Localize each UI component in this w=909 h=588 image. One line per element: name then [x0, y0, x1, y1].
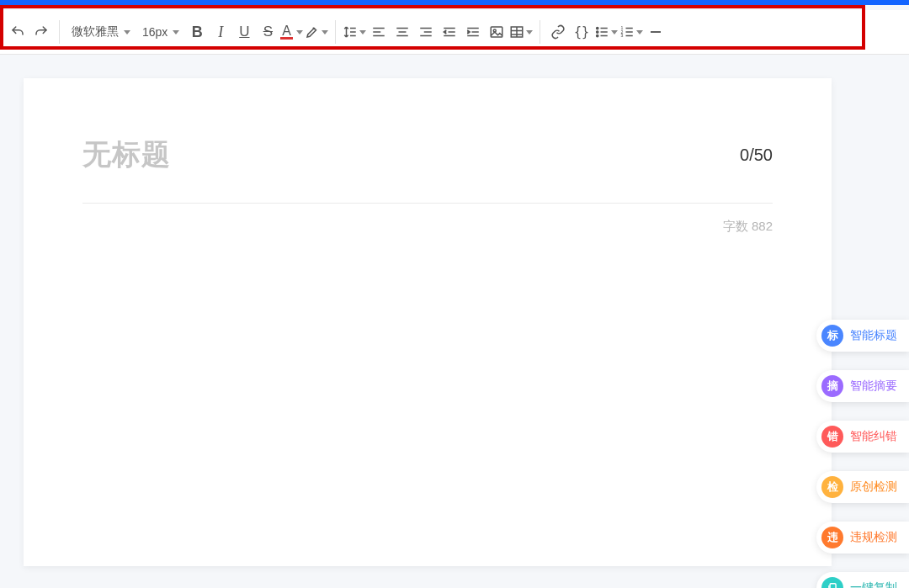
horizontal-rule-button[interactable] — [645, 19, 667, 45]
indent-increase-button[interactable] — [462, 19, 484, 45]
toolbar-separator — [335, 20, 336, 44]
svg-point-3 — [597, 27, 598, 29]
copy-icon — [821, 577, 843, 588]
chevron-down-icon — [322, 30, 328, 34]
bullet-list-button[interactable] — [594, 19, 618, 45]
svg-rect-9 — [830, 584, 836, 588]
redo-button[interactable] — [30, 19, 52, 45]
font-family-label: 微软雅黑 — [72, 24, 119, 40]
editor-toolbar: 微软雅黑 16px B I U S A — [0, 10, 909, 55]
side-label: 违规检测 — [850, 530, 897, 545]
svg-text:3: 3 — [621, 33, 624, 38]
text-color-button[interactable]: A — [280, 19, 303, 45]
word-count: 字数 882 — [82, 219, 773, 235]
chevron-down-icon — [124, 30, 130, 34]
page-wrapper: 无标题 0/50 字数 882 — [0, 55, 909, 566]
badge-icon: 违 — [821, 527, 843, 548]
indent-decrease-button[interactable] — [439, 19, 460, 45]
top-blue-bar — [0, 0, 909, 5]
badge-icon: 检 — [821, 476, 843, 498]
badge-icon: 错 — [821, 426, 843, 448]
undo-button[interactable] — [7, 19, 29, 45]
chevron-down-icon — [636, 30, 643, 34]
side-original-check[interactable]: 检 原创检测 — [816, 471, 909, 503]
document-page: 无标题 0/50 字数 882 — [24, 78, 832, 566]
code-block-button[interactable]: {} — [571, 19, 593, 45]
svg-point-4 — [597, 31, 598, 33]
svg-point-5 — [597, 34, 598, 36]
line-height-button[interactable] — [343, 19, 366, 45]
title-input[interactable]: 无标题 — [82, 135, 171, 174]
side-label: 原创检测 — [850, 479, 897, 495]
side-one-click-copy[interactable]: 一键复制 — [816, 572, 909, 588]
align-right-button[interactable] — [415, 19, 437, 45]
italic-button[interactable]: I — [210, 19, 231, 45]
numbered-list-button[interactable]: 123 — [619, 19, 643, 45]
chevron-down-icon — [296, 30, 303, 34]
toolbar-separator — [540, 20, 540, 44]
title-row: 无标题 0/50 — [82, 135, 773, 204]
bold-button[interactable]: B — [186, 19, 208, 45]
insert-table-button[interactable] — [509, 19, 533, 45]
insert-link-button[interactable] — [547, 19, 569, 45]
toolbar-separator — [59, 20, 60, 44]
align-left-button[interactable] — [368, 19, 390, 45]
highlight-color-button[interactable] — [305, 19, 328, 45]
title-char-count: 0/50 — [740, 146, 773, 165]
badge-icon: 标 — [821, 325, 843, 347]
side-label: 智能纠错 — [850, 429, 897, 444]
side-smart-title[interactable]: 标 智能标题 — [816, 320, 909, 352]
chevron-down-icon — [359, 30, 366, 34]
chevron-down-icon — [526, 30, 533, 34]
chevron-down-icon — [173, 30, 179, 34]
align-center-button[interactable] — [391, 19, 413, 45]
svg-rect-0 — [491, 27, 502, 37]
chevron-down-icon — [611, 30, 618, 34]
strikethrough-button[interactable]: S — [257, 19, 279, 45]
side-label: 一键复制 — [850, 580, 897, 588]
side-label: 智能摘要 — [850, 379, 897, 394]
font-size-select[interactable]: 16px — [137, 25, 184, 39]
font-family-select[interactable]: 微软雅黑 — [66, 24, 136, 40]
side-smart-summary[interactable]: 摘 智能摘要 — [816, 370, 909, 402]
underline-button[interactable]: U — [233, 19, 255, 45]
side-violation-check[interactable]: 违 违规检测 — [816, 522, 909, 554]
side-actions: 标 智能标题 摘 智能摘要 错 智能纠错 检 原创检测 违 违规检测 一键复制 — [816, 320, 909, 588]
insert-image-button[interactable] — [486, 19, 508, 45]
side-label: 智能标题 — [850, 328, 897, 343]
badge-icon: 摘 — [821, 375, 843, 397]
side-smart-correction[interactable]: 错 智能纠错 — [816, 421, 909, 453]
font-size-label: 16px — [142, 25, 167, 39]
